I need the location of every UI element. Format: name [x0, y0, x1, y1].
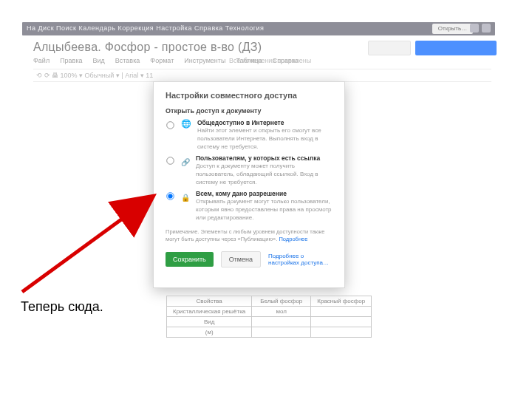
modal-note: Примечание. Элементы с любым уровнем дос…	[166, 228, 332, 244]
annotation-text: Теперь сюда.	[21, 299, 103, 315]
option-restricted-radio[interactable]	[166, 192, 174, 200]
option-public-title: Общедоступно в Интернете	[197, 119, 332, 127]
table-row: (м)	[167, 327, 372, 338]
option-anyone-link-title: Пользователям, у которых есть ссылка	[196, 154, 332, 163]
th: Свойства	[167, 296, 252, 307]
svg-line-0	[22, 196, 154, 292]
table-row: Кристаллическая решётка мол	[167, 307, 372, 317]
menu-insert[interactable]: Вставка	[115, 57, 140, 64]
option-anyone-link-radio[interactable]	[166, 157, 174, 164]
topbar-icons	[470, 24, 491, 33]
modal-subtitle: Открыть доступ к документу	[166, 107, 332, 115]
option-restricted-title: Всем, кому дано разрешение	[196, 190, 332, 198]
option-anyone-link: Пользователям, у которых есть ссылка Дос…	[166, 154, 332, 187]
annotation-arrow	[7, 126, 163, 296]
share-button[interactable]	[415, 41, 497, 55]
link-icon	[181, 154, 190, 168]
doc-toolbar[interactable]: ⟲ ⟳ 🖶 100% ▾ Обычный ▾ | Arial ▾ 11	[33, 69, 491, 82]
th: Красный фосфор	[311, 296, 372, 307]
more-settings-link[interactable]: Подробнее о настройках доступа…	[268, 253, 332, 266]
th: Белый фосфор	[252, 296, 311, 307]
app-topbar: На Диск Поиск Календарь Коррекция Настро…	[22, 22, 495, 35]
option-public-desc: Найти этот элемент и открыть его смогут …	[197, 127, 332, 151]
modal-title: Настройки совместного доступа	[166, 91, 332, 100]
table-row: Вид	[167, 317, 372, 327]
option-public-radio[interactable]	[166, 121, 174, 129]
menu-file[interactable]: Файл	[33, 57, 50, 64]
doc-title[interactable]: Алцыбеева. Фосфор - простое в-во (ДЗ)	[33, 41, 262, 54]
cancel-button[interactable]: Отмена	[221, 251, 261, 267]
option-restricted: Всем, кому дано разрешение Открывать док…	[166, 190, 332, 222]
menu-view[interactable]: Вид	[93, 57, 105, 64]
option-restricted-desc: Открывать документ могут только пользова…	[196, 198, 332, 222]
lock-icon	[181, 190, 190, 203]
sharing-modal: Настройки совместного доступа Открыть до…	[153, 81, 345, 288]
save-button[interactable]: Сохранить	[166, 252, 214, 267]
menu-edit[interactable]: Правка	[60, 57, 82, 64]
globe-icon: 🌐	[181, 119, 191, 129]
table-row: Свойства Белый фосфор Красный фосфор	[167, 296, 372, 307]
doc-autosave-hint: Все изменения сохранены	[229, 57, 311, 64]
modal-note-link[interactable]: Подробнее	[279, 236, 307, 242]
option-anyone-link-desc: Доступ к документу может получить пользо…	[196, 163, 332, 186]
menu-format[interactable]: Формат	[150, 57, 174, 64]
background-table: Свойства Белый фосфор Красный фосфор Кри…	[166, 296, 372, 338]
comments-button[interactable]	[368, 41, 411, 55]
topbar-share-pill[interactable]: Открыть…	[432, 24, 473, 34]
option-public: 🌐 Общедоступно в Интернете Найти этот эл…	[166, 119, 332, 151]
menu-tools[interactable]: Инструменты	[184, 57, 225, 64]
topbar-menu: На Диск Поиск Календарь Коррекция Настро…	[27, 24, 264, 32]
